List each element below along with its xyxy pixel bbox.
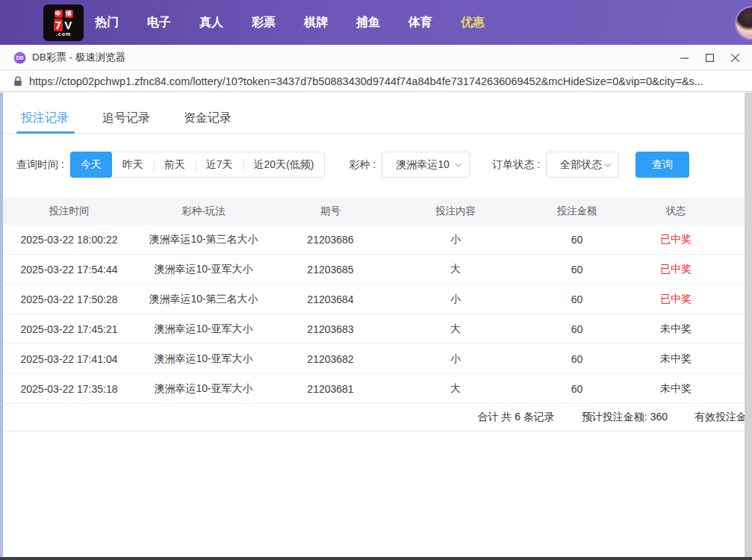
table-row: 2025-03-22 18:00:22澳洲幸运10-第三名大小21203686小… — [0, 225, 745, 255]
nav-item-体育[interactable]: 体育 — [408, 15, 432, 31]
tab-追号记录[interactable]: 追号记录 — [102, 103, 150, 134]
cell-game: 澳洲幸运10-亚军大小 — [138, 263, 269, 276]
table-row: 2025-03-22 17:45:21澳洲幸运10-亚军大小21203683大6… — [0, 314, 745, 344]
cell-content: 小 — [392, 293, 519, 306]
cell-game: 澳洲幸运10-亚军大小 — [138, 352, 269, 366]
nav-item-捕鱼[interactable]: 捕鱼 — [356, 15, 380, 31]
user-avatar[interactable] — [735, 6, 752, 40]
cell-time: 2025-03-22 17:35:18 — [0, 383, 138, 395]
logo-seven: 7 — [54, 19, 63, 31]
address-bar[interactable]: https://ctop02pchwp1.zfnc84.com/lottery/… — [0, 71, 752, 92]
minimize-icon — [680, 54, 689, 62]
cell-status: 已中奖 — [635, 263, 717, 276]
order-status-select[interactable]: 全部状态 — [546, 152, 619, 178]
cell-game: 澳洲幸运10-第三名大小 — [138, 293, 269, 306]
table-header: 投注时间彩种-玩法期号投注内容投注金额状态 — [0, 198, 745, 225]
cell-time: 2025-03-22 17:45:21 — [0, 323, 138, 335]
cell-content: 大 — [392, 382, 519, 396]
active-tab-underline — [16, 131, 75, 134]
cell-content: 小 — [392, 352, 519, 366]
table-summary: 合计 共 6 条记录 预计投注金额: 360 有效投注金额 — [0, 404, 752, 432]
site-logo[interactable]: 申 博 7 V .com — [43, 4, 84, 41]
logo-badge-left: 申 — [55, 10, 63, 18]
cell-issue: 21203682 — [269, 353, 392, 365]
logo-badges: 申 博 — [55, 10, 73, 18]
logo-main: 7 V — [54, 19, 73, 31]
site-header: 申 博 7 V .com 热门电子真人彩票棋牌捕鱼体育优惠 — [0, 0, 752, 45]
nav-item-彩票[interactable]: 彩票 — [252, 15, 276, 31]
nav-item-热门[interactable]: 热门 — [95, 15, 119, 31]
time-filter-group: 今天昨天前天近7天近20天(低频) — [70, 152, 326, 178]
status-filter-label: 订单状态 : — [492, 158, 540, 172]
cell-issue: 21203681 — [269, 383, 392, 395]
tab-投注记录[interactable]: 投注记录 — [21, 103, 69, 134]
maximize-button[interactable] — [697, 45, 722, 71]
cell-amount: 60 — [519, 234, 635, 246]
time-option-近7天[interactable]: 近7天 — [196, 152, 243, 177]
url-text: https://ctop02pchwp1.zfnc84.com/lottery/… — [29, 75, 703, 87]
logo-vee: V — [63, 19, 73, 31]
table-row: 2025-03-22 17:35:18澳洲幸运10-亚军大小21203681大6… — [0, 374, 745, 404]
cell-content: 大 — [392, 323, 519, 336]
table-row: 2025-03-22 17:41:04澳洲幸运10-亚军大小21203682小6… — [0, 344, 745, 374]
close-icon — [731, 54, 739, 62]
lottery-select[interactable]: 澳洲幸运10 — [382, 152, 470, 178]
page-content: 投注记录追号记录资金记录 查询时间 : 今天昨天前天近7天近20天(低频) 彩种… — [0, 93, 752, 557]
cell-time: 2025-03-22 18:00:22 — [0, 234, 138, 246]
nav-item-棋牌[interactable]: 棋牌 — [304, 15, 328, 31]
cell-status: 未中奖 — [635, 352, 717, 366]
window-bottom-edge — [0, 557, 752, 560]
page-scrollbar[interactable] — [745, 93, 752, 557]
chevron-down-icon — [604, 163, 612, 167]
lock-icon — [13, 76, 22, 87]
chevron-down-icon — [455, 163, 462, 167]
close-button[interactable] — [722, 45, 748, 71]
cell-content: 大 — [392, 263, 519, 276]
summary-total: 合计 共 6 条记录 — [477, 411, 554, 424]
window-left-edge — [0, 93, 3, 557]
favicon-icon: DB — [13, 52, 26, 64]
cell-game: 澳洲幸运10-亚军大小 — [138, 382, 269, 396]
tab-资金记录[interactable]: 资金记录 — [184, 103, 231, 134]
cell-amount: 60 — [519, 323, 635, 335]
column-header-投注时间: 投注时间 — [0, 205, 138, 218]
browser-titlebar: DB DB彩票 - 极速浏览器 — [0, 45, 752, 71]
cell-status: 未中奖 — [635, 382, 717, 396]
nav-item-真人[interactable]: 真人 — [199, 15, 223, 31]
main-nav: 热门电子真人彩票棋牌捕鱼体育优惠 — [95, 0, 485, 45]
summary-expected-amount: 预计投注金额: 360 — [582, 411, 668, 424]
cell-amount: 60 — [519, 293, 635, 305]
table-row: 2025-03-22 17:50:28澳洲幸运10-第三名大小21203684小… — [0, 284, 745, 314]
time-option-今天[interactable]: 今天 — [70, 152, 112, 178]
cell-time: 2025-03-22 17:50:28 — [0, 293, 138, 305]
time-option-近20天(低频)[interactable]: 近20天(低频) — [243, 152, 325, 177]
time-filter-label: 查询时间 : — [16, 158, 64, 172]
cell-issue: 21203685 — [269, 264, 392, 276]
cell-status: 已中奖 — [635, 233, 717, 246]
search-button[interactable]: 查询 — [636, 152, 689, 178]
cell-amount: 60 — [519, 353, 635, 365]
time-option-昨天[interactable]: 昨天 — [112, 152, 154, 177]
cell-time: 2025-03-22 17:41:04 — [0, 353, 138, 365]
status-select-value: 全部状态 — [547, 158, 602, 172]
column-header-投注金额: 投注金额 — [519, 205, 635, 218]
cell-amount: 60 — [519, 383, 635, 395]
bet-records-table: 投注时间彩种-玩法期号投注内容投注金额状态 2025-03-22 18:00:2… — [0, 198, 745, 432]
cell-status: 已中奖 — [635, 293, 717, 306]
cell-time: 2025-03-22 17:54:44 — [0, 264, 138, 276]
cell-issue: 21203686 — [269, 234, 392, 246]
logo-badge-right: 博 — [65, 10, 73, 18]
logo-com: .com — [56, 31, 71, 37]
lottery-filter-label: 彩种 : — [349, 158, 376, 172]
column-header-状态: 状态 — [635, 205, 717, 218]
cell-content: 小 — [392, 233, 519, 246]
cell-game: 澳洲幸运10-亚军大小 — [138, 323, 269, 336]
minimize-button[interactable] — [671, 45, 697, 71]
time-option-前天[interactable]: 前天 — [154, 152, 196, 177]
filter-bar: 查询时间 : 今天昨天前天近7天近20天(低频) 彩种 : 澳洲幸运10 订单状… — [0, 152, 745, 178]
nav-item-电子[interactable]: 电子 — [147, 15, 171, 31]
column-header-期号: 期号 — [269, 205, 392, 218]
cell-status: 未中奖 — [635, 323, 717, 336]
nav-item-优惠[interactable]: 优惠 — [461, 15, 485, 31]
cell-issue: 21203683 — [269, 323, 392, 335]
